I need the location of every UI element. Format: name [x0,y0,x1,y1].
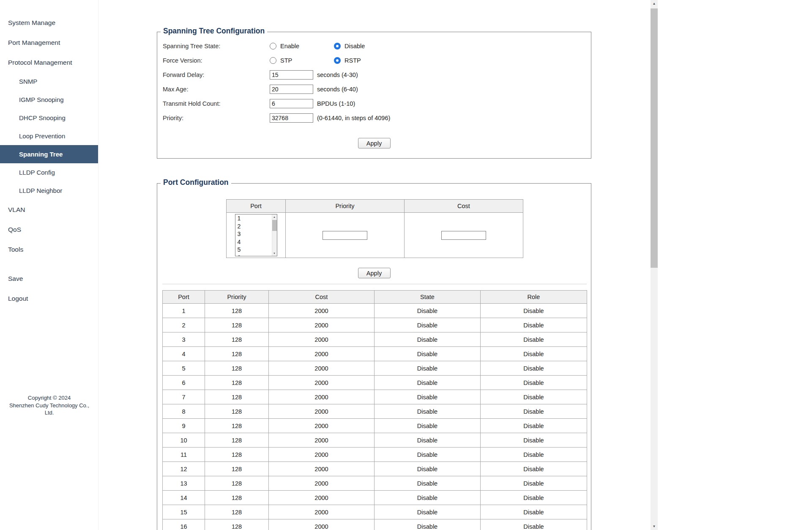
cell-priority: 128 [205,505,269,519]
cell-priority: 128 [205,462,269,476]
sidebar-item-port-management[interactable]: Port Management [0,33,98,52]
listbox-scroll-down-icon[interactable]: ▼ [272,251,277,255]
port-listbox[interactable]: 12345678 ▲ ▼ [235,214,277,256]
cell-state: Disable [375,505,481,519]
sidebar-item-protocol-management[interactable]: Protocol Management [0,52,98,72]
transmit-hold-count-input[interactable] [270,99,313,108]
priority-hint: (0-61440, in steps of 4096) [317,115,390,121]
disable-radio-label: Disable [344,43,365,49]
cell-role: Disable [481,318,587,332]
sidebar-item-vlan[interactable]: VLAN [0,200,98,220]
listbox-scrollbar-thumb[interactable] [272,220,277,231]
radio-option-disable[interactable]: Disable [334,43,398,49]
column-header-role: Role [481,291,587,304]
cell-state: Disable [375,332,481,347]
cell-role: Disable [481,433,587,448]
port-option-5[interactable]: 5 [235,246,277,254]
port-option-2[interactable]: 2 [235,222,277,231]
port-cost-input[interactable] [441,231,486,240]
sidebar-item-igmp-snooping[interactable]: IGMP Snooping [0,91,98,109]
cfg-cost-cell [405,213,523,258]
forward-delay-input[interactable] [270,70,313,80]
page-scrollbar-thumb[interactable] [651,8,658,268]
port-apply-button[interactable]: Apply [358,268,391,278]
priority-input[interactable] [270,113,313,123]
cell-cost: 2000 [269,448,375,462]
cell-role: Disable [481,376,587,390]
spanning-tree-config-section: Spanning Tree Configuration Spanning Tre… [157,32,591,159]
stp-radio[interactable] [270,57,276,64]
column-header-priority: Priority [205,291,269,304]
port-listbox-scrollbar[interactable]: ▲ ▼ [272,214,277,256]
port-status-row-13: 131282000DisableDisable [163,476,587,491]
cell-state: Disable [375,390,481,404]
cell-role: Disable [481,332,587,347]
port-option-3[interactable]: 3 [235,230,277,238]
max-age-input[interactable] [270,85,313,94]
rstp-radio[interactable] [334,57,341,64]
cell-role: Disable [481,462,587,476]
cell-cost: 2000 [269,419,375,433]
enable-radio-label: Enable [280,43,299,49]
port-status-row-1: 11282000DisableDisable [163,304,587,318]
sidebar-item-save[interactable]: Save [0,269,98,288]
cell-priority: 128 [205,376,269,390]
radio-option-rstp[interactable]: RSTP [334,57,398,64]
cell-priority: 128 [205,419,269,433]
rstp-radio-label: RSTP [344,57,361,64]
cell-state: Disable [375,361,481,376]
disable-radio[interactable] [334,43,341,49]
column-header-cost: Cost [269,291,375,304]
cfg-header-row: PortPriorityCost [227,200,523,213]
cell-priority: 128 [205,304,269,318]
sidebar-item-logout[interactable]: Logout [0,288,98,308]
sidebar-item-lldp-config[interactable]: LLDP Config [0,163,98,181]
page-scroll-up-icon[interactable]: ▲ [651,0,658,7]
cell-state: Disable [375,448,481,462]
sidebar-item-spanning-tree[interactable]: Spanning Tree [0,145,98,163]
port-option-4[interactable]: 4 [235,238,277,246]
enable-radio[interactable] [270,43,276,49]
sidebar-item-lldp-neighbor[interactable]: LLDP Neighbor [0,181,98,200]
cell-role: Disable [481,390,587,404]
cell-priority: 128 [205,448,269,462]
cell-port: 2 [163,318,205,332]
cell-priority: 128 [205,361,269,376]
listbox-scroll-up-icon[interactable]: ▲ [272,215,277,219]
cell-state: Disable [375,433,481,448]
port-status-row-16: 161282000DisableDisable [163,519,587,530]
force-version-label: Force Version: [163,57,270,64]
transmit-hold-count-hint: BPDUs (1-10) [317,100,355,107]
sidebar-item-loop-prevention[interactable]: Loop Prevention [0,127,98,145]
port-option-1[interactable]: 1 [235,214,277,222]
cell-priority: 128 [205,332,269,347]
sidebar-item-qos[interactable]: QoS [0,220,98,239]
page-scroll-down-icon[interactable]: ▼ [651,523,658,530]
form-row-spanning-tree-state: Spanning Tree State: Enable Disable [163,39,591,53]
radio-option-enable[interactable]: Enable [270,43,334,49]
sidebar-item-system-manage[interactable]: System Manage [0,13,98,33]
cfg-port-cell: 12345678 ▲ ▼ [227,213,286,258]
port-apply-row: Apply [157,268,591,278]
cell-cost: 2000 [269,491,375,505]
port-option-6[interactable]: 6 [235,254,277,257]
cell-port: 7 [163,390,205,404]
sidebar-item-dhcp-snooping[interactable]: DHCP Snooping [0,109,98,127]
main-content: Spanning Tree Configuration Spanning Tre… [98,0,658,530]
status-header-row: PortPriorityCostStateRole [163,291,587,304]
cell-state: Disable [375,491,481,505]
port-config-section: Port Configuration PortPriorityCost 1234… [157,183,591,530]
stp-apply-row: Apply [157,138,591,148]
page-scrollbar[interactable]: ▲ ▼ [651,0,658,530]
radio-option-stp[interactable]: STP [270,57,334,64]
port-status-row-11: 111282000DisableDisable [163,448,587,462]
cell-port: 10 [163,433,205,448]
stp-apply-button[interactable]: Apply [358,138,391,148]
cell-state: Disable [375,462,481,476]
sidebar-item-snmp[interactable]: SNMP [0,72,98,91]
port-status-row-8: 81282000DisableDisable [163,404,587,419]
cell-state: Disable [375,304,481,318]
sidebar-item-tools[interactable]: Tools [0,239,98,259]
port-priority-input[interactable] [323,231,367,240]
cell-port: 6 [163,376,205,390]
